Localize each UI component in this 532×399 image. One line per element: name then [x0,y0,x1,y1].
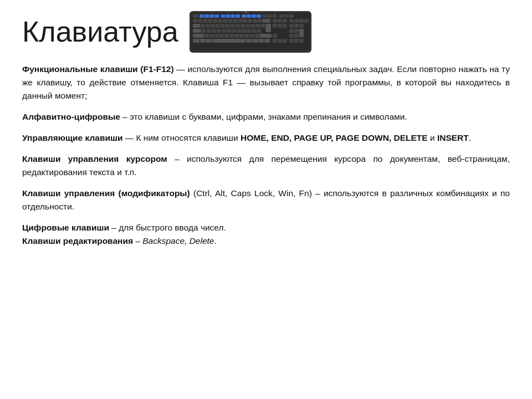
svg-rect-96 [200,39,206,43]
svg-rect-56 [265,24,271,32]
svg-rect-80 [219,34,224,38]
svg-rect-68 [222,29,226,33]
svg-rect-43 [201,24,205,28]
content-area: Функциональные клавиши (F1-F12) — исполь… [22,63,510,248]
section-control-text: Управляющие клавиши — К ним относятся кл… [22,131,510,145]
svg-rect-82 [229,34,234,38]
svg-rect-99 [246,39,252,43]
svg-rect-9 [236,14,240,18]
page: Клавиатура [0,0,532,399]
svg-rect-12 [252,14,256,18]
svg-rect-63 [193,29,201,33]
svg-rect-91 [294,29,299,33]
svg-rect-5 [214,14,219,18]
svg-rect-57 [273,24,277,28]
svg-rect-109 [245,11,247,13]
svg-rect-98 [212,39,245,43]
insert-bold: INSERT [437,133,469,142]
svg-rect-32 [253,19,257,23]
svg-rect-103 [273,39,277,43]
section-alphanumeric: Алфавитно-цифровые – это клавиши с буква… [22,110,510,124]
svg-rect-95 [193,39,200,43]
svg-rect-71 [237,29,241,33]
functional-bold-label: Функциональные клавиши (F1-F12) [22,64,174,74]
svg-rect-97 [206,39,212,43]
svg-rect-93 [289,34,294,38]
numeric-bold-label: Цифровые клавиши [22,223,109,232]
svg-rect-54 [255,24,260,28]
svg-rect-104 [278,39,282,43]
svg-rect-2 [200,14,204,18]
section-functional-text: Функциональные клавиши (F1-F12) — исполь… [22,63,510,103]
svg-rect-41 [304,19,309,23]
alphanumeric-bold-label: Алфавитно-цифровые [22,112,120,121]
svg-rect-74 [252,29,256,33]
section-numeric: Цифровые клавиши – для быстрого ввода чи… [22,221,510,248]
page-title: Клавиатура [22,16,178,48]
svg-rect-18 [284,14,289,18]
svg-rect-48 [226,24,230,28]
svg-rect-72 [242,29,246,33]
svg-rect-51 [241,24,245,28]
svg-rect-33 [258,19,262,23]
header: Клавиатура [22,11,510,53]
svg-rect-46 [216,24,220,28]
svg-rect-3 [204,14,209,18]
svg-rect-84 [239,34,244,38]
svg-rect-58 [278,24,282,28]
svg-rect-83 [234,34,239,38]
editing-bold-label: Клавиши редактирования [22,236,133,245]
svg-rect-70 [232,29,236,33]
svg-rect-87 [254,34,259,38]
modifiers-bold-label: Клавиши управления (модификаторы) [22,188,190,198]
section-alphanumeric-text: Алфавитно-цифровые – это клавиши с буква… [22,110,510,124]
svg-rect-45 [211,24,215,28]
svg-rect-38 [289,19,294,23]
svg-rect-17 [279,14,284,18]
svg-rect-86 [249,34,254,38]
svg-rect-73 [247,29,251,33]
section-functional: Функциональные клавиши (F1-F12) — исполь… [22,63,510,103]
svg-rect-42 [193,24,200,28]
control-keys-bold: HOME, END, PAGE UP, PAGE DOWN, DELETE [241,133,428,142]
svg-rect-55 [260,24,265,28]
svg-rect-50 [236,24,240,28]
svg-rect-108 [299,39,304,43]
svg-rect-47 [221,24,225,28]
section-cursor-text: Клавиши управления курсором – используют… [22,152,510,179]
svg-rect-29 [238,19,242,23]
svg-rect-65 [207,29,211,33]
svg-rect-66 [212,29,216,33]
svg-rect-31 [248,19,252,23]
svg-rect-49 [231,24,235,28]
svg-rect-27 [228,19,232,23]
svg-rect-11 [247,14,251,18]
svg-rect-30 [243,19,247,23]
svg-rect-40 [299,19,304,23]
svg-rect-77 [204,34,209,38]
svg-rect-79 [214,34,219,38]
svg-rect-13 [257,14,261,18]
svg-rect-88 [259,34,272,38]
svg-rect-39 [294,19,299,23]
svg-rect-105 [283,39,287,43]
svg-rect-20 [193,19,197,23]
svg-rect-24 [213,19,217,23]
section-editing-text: Клавиши редактирования – Backspace, Dele… [22,234,510,248]
svg-rect-53 [250,24,255,28]
svg-rect-102 [264,39,270,43]
svg-rect-94 [294,34,299,38]
svg-rect-16 [273,14,277,18]
svg-rect-15 [268,14,272,18]
svg-rect-35 [273,19,277,23]
svg-rect-90 [289,29,294,33]
svg-rect-23 [208,19,212,23]
section-numeric-text: Цифровые клавиши – для быстрого ввода чи… [22,221,510,234]
control-bold-label: Управляющие клавиши [22,133,122,142]
svg-rect-69 [227,29,231,33]
svg-rect-75 [257,29,261,33]
editing-italic-value: Backspace, Delete [142,236,214,245]
svg-rect-8 [231,14,235,18]
svg-rect-21 [198,19,202,23]
cursor-bold-label: Клавиши управления курсором [22,154,167,163]
